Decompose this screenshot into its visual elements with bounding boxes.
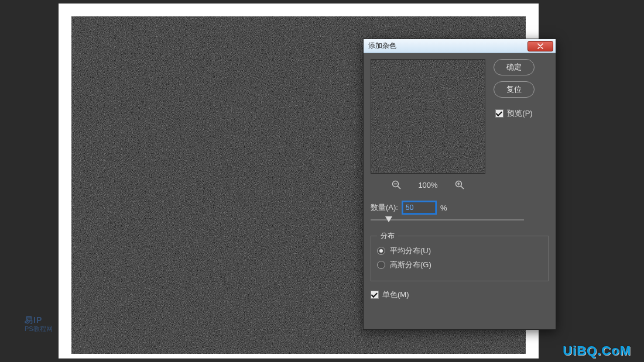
add-noise-dialog: 添加杂色 确定 复位 预览(P) [363,39,556,330]
preview-checkbox[interactable] [495,109,503,118]
distribution-group: 分布 平均分布(U) 高斯分布(G) [371,236,549,281]
slider-track-line [371,219,524,220]
noise-preview-thumbnail[interactable] [371,59,485,174]
preview-label: 预览(P) [507,108,532,119]
amount-label: 数量(A): [371,202,398,213]
ok-button[interactable]: 确定 [494,59,535,75]
gaussian-radio[interactable] [377,261,385,269]
amount-slider[interactable] [371,217,524,226]
svg-line-5 [398,186,400,189]
monochrome-label: 单色(M) [382,289,409,300]
close-icon [537,43,544,49]
zoom-out-icon[interactable] [391,180,402,190]
zoom-level: 100% [418,181,437,189]
amount-unit: % [440,204,447,212]
reset-button[interactable]: 复位 [494,81,535,98]
uniform-label: 平均分布(U) [390,246,431,256]
monochrome-checkbox[interactable] [371,291,379,299]
dialog-title: 添加杂色 [368,41,396,51]
dialog-titlebar[interactable]: 添加杂色 [364,39,556,53]
gaussian-radio-row[interactable]: 高斯分布(G) [377,260,542,270]
watermark-left-bottom: PS教程网 [25,325,53,333]
gaussian-label: 高斯分布(G) [390,260,431,270]
preview-checkbox-row[interactable]: 预览(P) [495,108,532,119]
svg-line-8 [461,186,464,189]
slider-thumb[interactable] [385,216,392,222]
amount-input[interactable] [403,202,436,213]
watermark-left: 易IP PS教程网 [25,315,53,333]
watermark-right: UiBQ.CoM [563,343,631,358]
svg-rect-3 [371,60,485,174]
close-button[interactable] [527,41,553,51]
watermark-left-top: 易IP [25,315,53,325]
uniform-radio[interactable] [377,247,385,255]
distribution-legend: 分布 [377,231,398,241]
zoom-in-icon[interactable] [454,180,465,190]
monochrome-row[interactable]: 单色(M) [371,289,549,300]
uniform-radio-row[interactable]: 平均分布(U) [377,246,542,256]
